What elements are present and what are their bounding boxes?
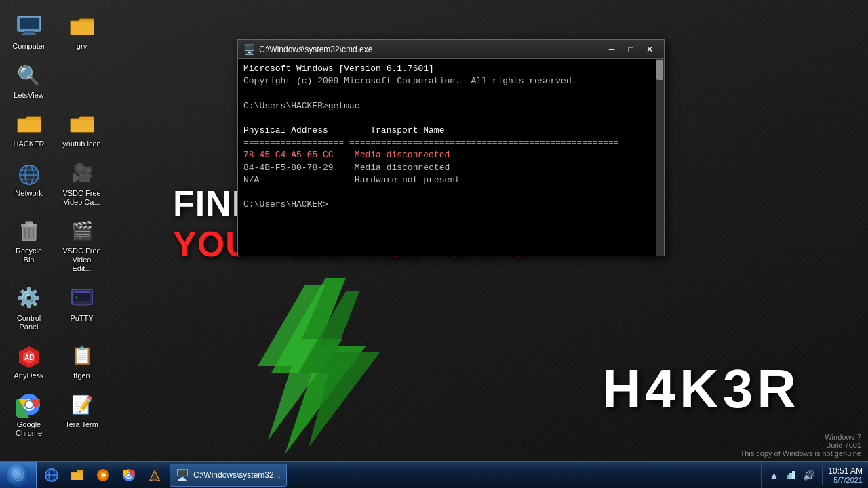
taskbar: 🖥️ C:\Windows\system32... ▲ 🔊 10:51 AM 5…	[0, 461, 868, 488]
desktop-icons-container: Computer grv 🔍 LetsView	[3, 7, 111, 444]
taskbar-vlc-icon[interactable]	[144, 464, 165, 486]
cmd-title-text: C:\Windows\system32\cmd.exe	[259, 45, 603, 54]
desktop-icon-putty[interactable]: $_ PuTTY	[60, 282, 104, 334]
desktop-icon-network[interactable]: Network	[7, 157, 51, 209]
svg-rect-6	[71, 120, 94, 132]
desktop-icon-letsview[interactable]: 🔍 LetsView	[7, 59, 51, 102]
desktop-icon-control[interactable]: ⚙️ Control Panel	[7, 282, 51, 334]
clock-date: 5/7/2021	[828, 476, 863, 484]
svg-point-38	[45, 469, 58, 481]
svg-text:AD: AD	[24, 354, 34, 361]
desktop-icon-hacker-label: HACKER	[14, 140, 45, 148]
svg-rect-51	[789, 473, 792, 479]
svg-rect-23	[77, 304, 87, 306]
desktop-icon-vsdc2-label: VSDC Free Video Edit...	[62, 247, 101, 274]
cmd-line-header: Physical Address Transport Name	[243, 125, 658, 137]
desktop-icon-vsdc2[interactable]: 🎬 VSDC Free Video Edit...	[60, 215, 104, 277]
svg-rect-15	[26, 222, 33, 225]
icon-grid: Computer grv 🔍 LetsView	[3, 7, 111, 444]
desktop-icon-youtube-label: youtub icon	[62, 140, 100, 148]
desktop-icon-vsdc1[interactable]: 🎥 VSDC Free Video Ca...	[60, 157, 104, 209]
taskbar-explorer-icon[interactable]	[66, 464, 88, 486]
taskbar-wmp-icon[interactable]	[92, 464, 114, 486]
vsdc2-icon: 🎬	[68, 218, 96, 245]
desktop-icon-control-label: Control Panel	[9, 314, 48, 331]
desktop-icon-computer[interactable]: Computer	[7, 10, 51, 54]
svg-rect-1	[20, 18, 39, 29]
cmd-line-5	[243, 113, 658, 125]
cmd-scroll-thumb[interactable]	[656, 60, 663, 80]
desktop-icon-teraterm[interactable]: 📝 Tera Term	[60, 388, 104, 441]
desktop-icon-youtube[interactable]: youtub icon	[60, 108, 104, 151]
hacker-branding: H4K3R	[602, 358, 800, 420]
tfgen-icon: 📋	[68, 342, 96, 369]
svg-rect-3	[22, 33, 36, 35]
cmd-line-2: Copyright (c) 2009 Microsoft Corporation…	[243, 75, 658, 87]
cmd-line-prompt: C:\Users\HACKER>	[243, 199, 658, 211]
clock-time: 10:51 AM	[828, 466, 863, 476]
desktop-icon-putty-label: PuTTY	[70, 314, 93, 323]
taskbar-cmd-label: C:\Windows\system32...	[193, 470, 281, 480]
svg-rect-50	[787, 475, 789, 479]
cmd-line-4: C:\Users\HACKER>getmac	[243, 100, 658, 113]
system-tray: ▲ 🔊	[761, 462, 822, 488]
start-button[interactable]	[0, 462, 37, 489]
cmd-titlebar[interactable]: 🖥️ C:\Windows\system32\cmd.exe ─ □ ✕	[238, 40, 664, 59]
desktop-icon-computer-label: Computer	[12, 42, 45, 51]
lightning-decoration	[217, 264, 420, 468]
hacker-brand-text: H4K3R	[602, 359, 800, 419]
desktop-icon-hacker[interactable]: HACKER	[7, 108, 51, 151]
svg-point-30	[26, 401, 33, 408]
cmd-scrollbar[interactable]	[656, 59, 664, 256]
desktop-icon-tfgen[interactable]: 📋 tfgen	[60, 340, 104, 383]
computer-icon	[16, 13, 43, 40]
anydesk-icon: AD	[16, 342, 43, 369]
recycle-bin-icon	[16, 218, 43, 245]
tray-network-icon[interactable]	[783, 467, 798, 483]
desktop-icon-chrome[interactable]: Google Chrome	[7, 388, 51, 441]
desktop-icon-chrome-label: Google Chrome	[9, 420, 48, 438]
svg-rect-39	[71, 473, 83, 480]
vsdc1-icon: 🎥	[68, 160, 96, 187]
clock-area[interactable]: 10:51 AM 5/7/2021	[822, 465, 868, 485]
desktop-icon-letsview-label: LetsView	[14, 91, 43, 100]
desktop-icon-recycle[interactable]: Recycle Bin	[7, 215, 51, 277]
teraterm-icon: 📝	[68, 391, 96, 418]
cmd-line-blank	[243, 186, 658, 199]
win-version-line3: This copy of Windows is not genuine	[740, 449, 861, 458]
desktop-icon-vsdc1-label: VSDC Free Video Ca...	[62, 189, 101, 207]
taskbar-cmd-icon: 🖥️	[176, 468, 189, 481]
desktop-icon-teraterm-label: Tera Term	[65, 420, 98, 429]
tray-volume-icon[interactable]: 🔊	[801, 468, 816, 482]
taskbar-chrome-icon[interactable]	[118, 464, 140, 486]
windows-version-watermark: Windows 7 Build 7601 This copy of Window…	[740, 433, 861, 458]
cmd-minimize-button[interactable]: ─	[603, 43, 620, 56]
chrome-icon	[16, 391, 43, 418]
cmd-window-buttons: ─ □ ✕	[603, 43, 658, 56]
cmd-close-button[interactable]: ✕	[641, 43, 658, 56]
desktop: Computer grv 🔍 LetsView	[0, 0, 868, 488]
taskbar-pinned-icons	[37, 462, 170, 488]
desktop-icon-tfgen-label: tfgen	[73, 371, 90, 380]
cmd-line-mac3: N/A Hardware not present	[243, 174, 658, 186]
desktop-icon-recycle-label: Recycle Bin	[9, 247, 48, 264]
cmd-maximize-button[interactable]: □	[622, 43, 639, 56]
cmd-line-separator: =================== ====================…	[243, 137, 658, 149]
taskbar-open-cmd[interactable]: 🖥️ C:\Windows\system32...	[170, 464, 287, 487]
cmd-line-3	[243, 87, 658, 100]
svg-point-46	[127, 474, 130, 476]
svg-rect-52	[792, 471, 795, 479]
letsview-icon: 🔍	[16, 62, 43, 89]
cmd-line-1: Microsoft Windows [Version 6.1.7601]	[243, 63, 658, 75]
control-panel-icon: ⚙️	[16, 285, 43, 312]
start-orb	[7, 464, 30, 487]
taskbar-ie-icon[interactable]	[41, 464, 62, 486]
cmd-window[interactable]: 🖥️ C:\Windows\system32\cmd.exe ─ □ ✕ Mic…	[237, 39, 665, 256]
tray-arrow-icon[interactable]: ▲	[767, 468, 781, 482]
desktop-icon-grv[interactable]: grv	[60, 10, 104, 54]
desktop-icon-anydesk[interactable]: AD AnyDesk	[7, 340, 51, 383]
desktop-icon-grv-label: grv	[77, 42, 87, 51]
cmd-line-mac1: 78-45-C4-A5-65-CC Media disconnected	[243, 149, 658, 161]
svg-rect-2	[24, 31, 34, 33]
svg-rect-5	[18, 120, 41, 132]
